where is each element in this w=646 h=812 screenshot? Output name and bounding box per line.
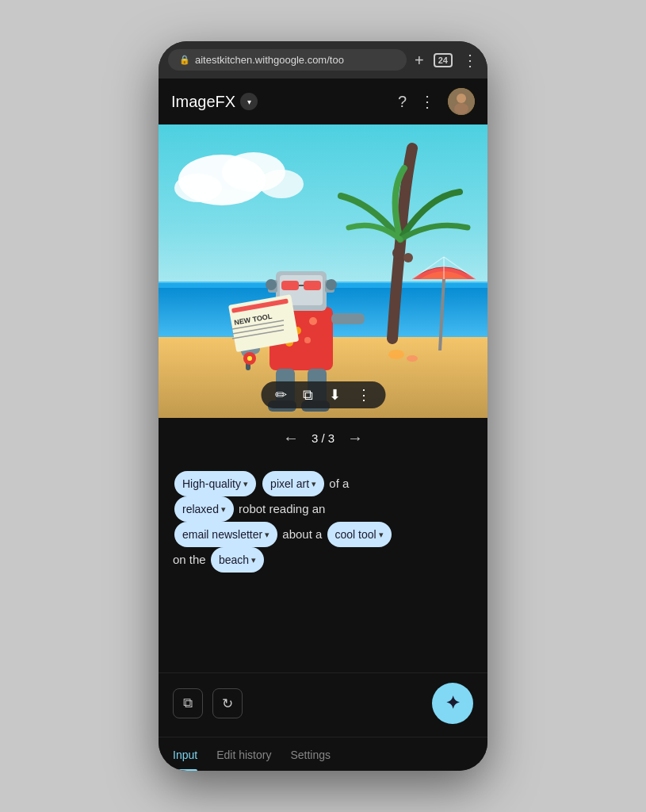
image-more-button[interactable]: ⋮ xyxy=(357,388,371,402)
svg-point-12 xyxy=(403,253,413,262)
svg-point-7 xyxy=(259,170,304,198)
image-count: 3 / 3 xyxy=(312,431,334,445)
static-of-a: of a xyxy=(329,477,349,490)
header-actions: ? ⋮ xyxy=(398,88,475,115)
nav-separator: / xyxy=(318,431,328,445)
chip-quality-label: High-quality xyxy=(182,473,241,495)
copy-icon: ⧉ xyxy=(183,695,193,711)
prompt-area: High-quality▾ pixel art▾ of a relaxed▾ r… xyxy=(159,458,487,672)
phone-container: 🔒 aitestkitchen.withgoogle.com/too + 24 … xyxy=(159,41,487,771)
more-options-icon[interactable]: ⋮ xyxy=(419,92,435,111)
chip-quality[interactable]: High-quality▾ xyxy=(174,471,256,496)
svg-point-6 xyxy=(174,174,222,202)
svg-point-1 xyxy=(457,94,466,103)
browser-bar: 🔒 aitestkitchen.withgoogle.com/too + 24 … xyxy=(159,41,487,79)
copy-image-button[interactable]: ⧉ xyxy=(303,388,313,402)
prompt-text: High-quality▾ pixel art▾ of a relaxed▾ r… xyxy=(173,471,473,573)
app-title-area: ImageFX ▾ xyxy=(171,93,398,111)
beach-scene-svg: NEW TOOL xyxy=(159,124,487,418)
browser-actions: + 24 ⋮ xyxy=(415,52,478,68)
refresh-button[interactable]: ↻ xyxy=(212,688,243,718)
avatar[interactable] xyxy=(448,88,475,115)
current-image-number: 3 xyxy=(312,431,318,445)
chip-topic[interactable]: cool tool▾ xyxy=(327,522,392,547)
svg-point-25 xyxy=(309,317,317,325)
generate-button[interactable]: ✦ xyxy=(432,683,473,724)
svg-rect-31 xyxy=(304,281,321,290)
tab-settings[interactable]: Settings xyxy=(290,737,331,771)
svg-point-2 xyxy=(454,103,468,114)
lock-icon: 🔒 xyxy=(179,55,190,65)
chip-subject[interactable]: email newsletter▾ xyxy=(174,522,277,547)
svg-point-35 xyxy=(266,279,277,290)
svg-point-27 xyxy=(304,337,311,343)
svg-rect-39 xyxy=(331,313,365,324)
tab-count[interactable]: 24 xyxy=(434,53,453,67)
static-about-a: about a xyxy=(282,527,322,541)
svg-point-36 xyxy=(326,279,337,290)
chip-location[interactable]: beach▾ xyxy=(211,547,264,573)
tab-input-label: Input xyxy=(173,749,197,761)
image-area: NEW TOOL ✏ ⧉ ⬇ ⋮ xyxy=(159,124,487,418)
chip-style-label: pixel art xyxy=(270,473,309,495)
new-tab-button[interactable]: + xyxy=(415,52,424,68)
copy-prompt-button[interactable]: ⧉ xyxy=(173,688,203,718)
svg-point-11 xyxy=(392,247,403,259)
svg-point-50 xyxy=(388,350,404,359)
tab-bar: Input Edit history Settings xyxy=(159,737,487,771)
tab-edit-history[interactable]: Edit history xyxy=(216,737,271,771)
next-image-button[interactable]: → xyxy=(347,429,363,447)
browser-more-button[interactable]: ⋮ xyxy=(462,52,478,68)
svg-point-53 xyxy=(247,356,252,361)
tab-settings-label: Settings xyxy=(290,749,331,761)
chip-mood-label: relaxed xyxy=(182,498,219,520)
generated-image: NEW TOOL xyxy=(159,124,487,418)
app-title: ImageFX xyxy=(171,93,235,111)
help-icon[interactable]: ? xyxy=(398,93,407,111)
static-on-the: on the xyxy=(173,553,206,566)
generate-icon: ✦ xyxy=(445,693,460,714)
bottom-toolbar: ⧉ ↻ ✦ xyxy=(159,672,487,737)
download-image-button[interactable]: ⬇ xyxy=(329,388,341,402)
chip-subject-label: email newsletter xyxy=(182,523,262,546)
tab-edit-history-label: Edit history xyxy=(216,749,271,761)
chip-topic-label: cool tool xyxy=(335,523,377,546)
svg-point-51 xyxy=(407,355,418,362)
chip-style[interactable]: pixel art▾ xyxy=(262,471,324,496)
refresh-icon: ↻ xyxy=(222,695,233,712)
app-dropdown-button[interactable]: ▾ xyxy=(240,93,258,110)
prev-image-button[interactable]: ← xyxy=(283,429,299,447)
chip-mood[interactable]: relaxed▾ xyxy=(174,496,234,522)
image-toolbar: ✏ ⧉ ⬇ ⋮ xyxy=(261,381,385,408)
static-robot: robot reading an xyxy=(239,502,325,515)
edit-image-button[interactable]: ✏ xyxy=(275,388,287,402)
tab-input[interactable]: Input xyxy=(173,737,197,771)
url-bar[interactable]: 🔒 aitestkitchen.withgoogle.com/too xyxy=(168,49,407,71)
total-image-number: 3 xyxy=(328,431,334,445)
url-text: aitestkitchen.withgoogle.com/too xyxy=(195,54,396,66)
svg-rect-30 xyxy=(281,281,299,290)
chip-location-label: beach xyxy=(219,549,249,571)
image-navigation: ← 3 / 3 → xyxy=(159,418,487,458)
app-header: ImageFX ▾ ? ⋮ xyxy=(159,79,487,124)
